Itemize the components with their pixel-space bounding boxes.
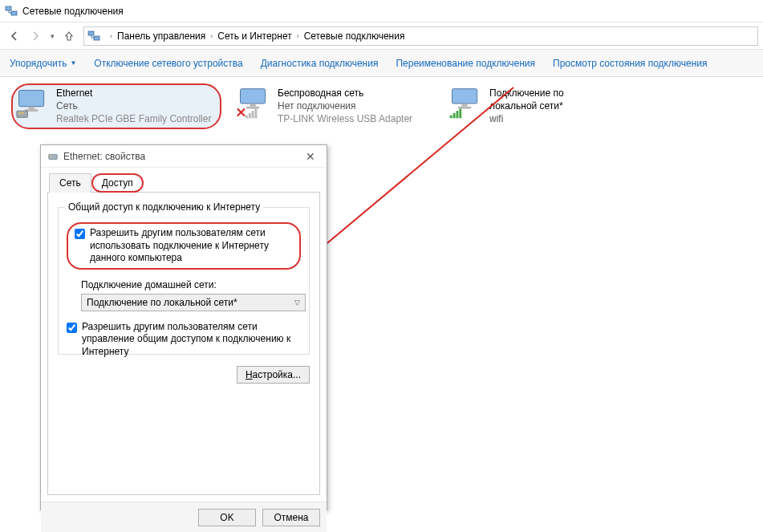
dialog-tabs: Сеть Доступ — [47, 173, 320, 192]
nav-history-dropdown[interactable]: ▾ — [47, 32, 58, 40]
ics-group: Общий доступ к подключению к Интернету Р… — [58, 207, 310, 355]
allow-control-row: Разрешить другим пользователям сети упра… — [67, 321, 301, 359]
svg-rect-19 — [453, 89, 477, 104]
allow-sharing-label: Разрешить другим пользователям сети испо… — [90, 227, 293, 265]
window-titlebar: Сетевые подключения — [0, 0, 763, 22]
svg-rect-12 — [246, 107, 260, 109]
adapter-icon — [47, 151, 59, 162]
svg-rect-2 — [88, 31, 94, 35]
svg-rect-22 — [450, 116, 453, 119]
chevron-down-icon: ▼ — [70, 59, 76, 67]
combo-value: Подключение по локальной сети* — [87, 297, 237, 308]
svg-rect-4 — [19, 91, 44, 107]
svg-rect-27 — [49, 154, 58, 159]
connection-text: Беспроводная сеть Нет подключения TP-LIN… — [278, 87, 412, 126]
tab-panel-access: Общий доступ к подключению к Интернету Р… — [47, 192, 320, 495]
window-title: Сетевые подключения — [22, 6, 124, 17]
svg-rect-28 — [51, 156, 52, 157]
svg-rect-16 — [254, 108, 257, 118]
connection-item-ethernet[interactable]: Ethernet Сеть Realtek PCIe GBE Family Co… — [11, 83, 221, 129]
connection-text: Ethernet Сеть Realtek PCIe GBE Family Co… — [56, 87, 211, 126]
settings-button[interactable]: Настройка... — [237, 366, 310, 384]
breadcrumb-item[interactable]: Панель управления — [117, 30, 205, 42]
connections-pane: Ethernet Сеть Realtek PCIe GBE Family Co… — [0, 77, 763, 136]
svg-rect-3 — [94, 36, 99, 40]
dialog-titlebar[interactable]: Ethernet: свойства ✕ — [41, 145, 327, 168]
connection-device: Realtek PCIe GBE Family Controller — [56, 112, 211, 125]
breadcrumb[interactable]: › Панель управления › Сеть и Интернет › … — [83, 26, 758, 46]
svg-rect-9 — [22, 112, 24, 114]
dialog-footer: OK Отмена — [41, 502, 327, 532]
organize-label: Упорядочить — [10, 58, 67, 69]
network-connections-icon — [5, 5, 18, 18]
connection-item-wireless[interactable]: Беспроводная сеть Нет подключения TP-LIN… — [233, 83, 433, 129]
connection-item-local[interactable]: Подключение по локальной сети* wifi — [444, 83, 613, 129]
navigation-bar: ▾ › Панель управления › Сеть и Интернет … — [0, 22, 763, 50]
connection-status: Нет подключения — [278, 99, 412, 112]
settings-btn-u: Н — [246, 369, 253, 380]
cancel-button[interactable]: Отмена — [262, 509, 320, 526]
disable-device-button[interactable]: Отключение сетевого устройства — [94, 58, 242, 69]
rename-connection-button[interactable]: Переименование подключения — [396, 58, 535, 69]
svg-rect-14 — [249, 113, 251, 118]
svg-rect-0 — [6, 6, 11, 10]
svg-rect-7 — [17, 111, 28, 117]
connection-text: Подключение по локальной сети* wifi — [489, 87, 610, 126]
svg-rect-10 — [241, 89, 266, 104]
connection-status: Сеть — [56, 99, 211, 112]
tab-network[interactable]: Сеть — [49, 173, 91, 193]
nav-up-button[interactable] — [59, 26, 79, 46]
settings-btn-rest: астройка... — [253, 369, 301, 380]
diagnose-connection-button[interactable]: Диагностика подключения — [261, 58, 379, 69]
svg-rect-5 — [28, 107, 34, 110]
chevron-right-icon: › — [210, 32, 213, 40]
view-status-button[interactable]: Просмотр состояния подключения — [553, 58, 707, 69]
ethernet-properties-dialog: Ethernet: свойства ✕ Сеть Доступ Общий д… — [40, 144, 327, 510]
home-network-label: Подключение домашней сети: — [81, 279, 301, 290]
network-connections-icon — [87, 30, 100, 43]
connection-name: Беспроводная сеть — [278, 87, 412, 99]
svg-rect-20 — [461, 104, 467, 107]
command-toolbar: Упорядочить ▼ Отключение сетевого устрой… — [0, 50, 763, 77]
svg-rect-21 — [458, 107, 472, 109]
nav-back-button[interactable] — [5, 26, 24, 46]
home-network-combo[interactable]: Подключение по локальной сети* ▽ — [81, 294, 306, 311]
svg-rect-13 — [246, 116, 248, 119]
dialog-title: Ethernet: свойства — [63, 151, 301, 162]
chevron-right-icon: › — [297, 32, 299, 40]
svg-rect-8 — [19, 112, 22, 114]
connection-name: Ethernet — [56, 87, 211, 99]
connection-status: wifi — [489, 112, 610, 125]
svg-rect-15 — [252, 111, 254, 118]
svg-rect-11 — [250, 104, 255, 107]
nav-forward-button[interactable] — [26, 26, 45, 46]
allow-control-label: Разрешить другим пользователям сети упра… — [82, 321, 301, 359]
close-icon[interactable]: ✕ — [301, 148, 320, 164]
chevron-down-icon: ▽ — [294, 298, 300, 307]
group-title: Общий доступ к подключению к Интернету — [65, 201, 263, 213]
svg-rect-24 — [456, 111, 458, 118]
wireless-disabled-icon — [236, 87, 271, 120]
svg-rect-23 — [453, 113, 456, 118]
organize-menu[interactable]: Упорядочить ▼ — [10, 58, 76, 69]
svg-rect-25 — [459, 108, 461, 118]
chevron-right-icon: › — [110, 32, 112, 40]
connection-device: TP-LINK Wireless USB Adapter — [278, 112, 412, 125]
allow-sharing-row: Разрешить другим пользователям сети испо… — [67, 222, 301, 270]
tab-access[interactable]: Доступ — [91, 173, 144, 193]
ok-button[interactable]: OK — [198, 509, 256, 526]
connection-name: Подключение по локальной сети* — [489, 87, 610, 112]
svg-rect-1 — [11, 11, 17, 15]
breadcrumb-item[interactable]: Сетевые подключения — [304, 30, 405, 42]
breadcrumb-item[interactable]: Сеть и Интернет — [217, 30, 291, 42]
allow-sharing-checkbox[interactable] — [75, 229, 85, 239]
wired-connection-icon — [14, 87, 50, 120]
wireless-connection-icon — [448, 87, 483, 120]
allow-control-checkbox[interactable] — [67, 323, 77, 333]
